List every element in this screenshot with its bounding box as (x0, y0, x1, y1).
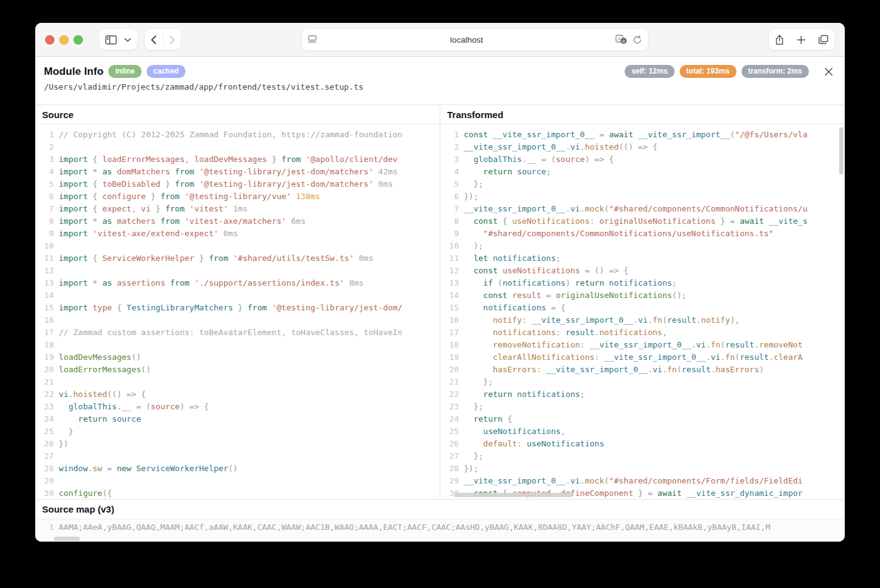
browser-window: localhost A x (35, 23, 845, 542)
window-controls (45, 35, 83, 45)
line-number: 12 (440, 265, 464, 277)
source-map-scrollbar-thumb[interactable] (54, 537, 80, 541)
code-line: 12 const useNotifications = () => { (440, 265, 845, 277)
line-content: import 'vitest-axe/extend-expect' 0ms (59, 228, 238, 240)
module-info-header: Module Info inline cached self: 12ms tot… (35, 57, 845, 104)
line-content: }) (59, 438, 69, 450)
line-number: 9 (440, 228, 464, 240)
code-line: 11 let notifications; (440, 252, 845, 265)
reload-icon[interactable] (633, 35, 642, 45)
traffic-light-minimize[interactable] (59, 35, 69, 45)
line-content: }; (464, 178, 483, 190)
line-content: import { configure } from '@testing-libr… (59, 190, 320, 203)
line-number: 17 (35, 326, 59, 339)
browser-toolbar: localhost A x (35, 23, 845, 57)
source-code-view[interactable]: 1// Copyright (C) 2012-2025 Zammad Found… (35, 124, 440, 499)
line-number: 29 (440, 475, 464, 487)
close-button[interactable] (822, 66, 835, 78)
close-icon (824, 67, 833, 76)
line-content: const { useNotifications: originalUseNot… (464, 215, 808, 228)
reader-icon[interactable] (308, 35, 318, 44)
code-line: 22vi.hoisted(() => { (35, 388, 440, 401)
share-button[interactable] (769, 29, 790, 50)
line-content: import { toBeDisabled } from '@testing-l… (59, 178, 393, 190)
line-number: 27 (35, 450, 59, 462)
code-line: 13 if (notifications) return notificatio… (440, 277, 845, 289)
page-title: Module Info (44, 66, 103, 78)
line-content: import type { TestingLibraryMatchers } f… (59, 302, 403, 314)
line-number: 23 (35, 401, 59, 413)
code-line: 2__vite_ssr_import_0__.vi.hoisted(() => … (440, 141, 845, 153)
line-content: }); (464, 190, 478, 203)
code-line: 14 (35, 289, 440, 302)
svg-text:x: x (623, 38, 625, 44)
line-number: 14 (440, 289, 464, 302)
toolbar-right-buttons (769, 29, 835, 50)
new-tab-button[interactable] (790, 29, 812, 50)
line-content: const __vite_ssr_import_0__ = await __vi… (464, 129, 808, 141)
code-line: 16 notify: __vite_ssr_import_0__.vi.fn(r… (440, 314, 845, 326)
code-line: 27 }; (440, 450, 845, 462)
code-line: 3import { loadErrorMessages, loadDevMess… (35, 153, 440, 166)
source-panel: Source 1// Copyright (C) 2012-2025 Zamma… (35, 105, 440, 499)
line-content: ); (464, 240, 483, 252)
code-line: 8 const { useNotifications: originalUseN… (440, 215, 845, 228)
horizontal-scrollbar-thumb[interactable] (454, 493, 573, 497)
translate-icon[interactable]: A x (615, 35, 628, 45)
line-number: 5 (35, 178, 59, 190)
sidebar-menu-button[interactable] (123, 29, 137, 50)
line-number: 16 (440, 314, 464, 326)
code-line: 9import 'vitest-axe/extend-expect' 0ms (35, 228, 440, 240)
forward-button[interactable] (163, 29, 181, 50)
line-number: 11 (35, 252, 59, 265)
tab-overview-button[interactable] (812, 29, 835, 50)
vertical-scrollbar-thumb[interactable] (839, 127, 844, 174)
share-icon (775, 35, 784, 45)
line-number: 13 (35, 277, 59, 289)
source-map-section: Source map (v3) 1 AAMA;AAeA,yBAAG,QAAQ,M… (35, 499, 845, 542)
line-content: globalThis.__ = (source) => { (464, 153, 614, 166)
line-content: return source (59, 413, 141, 425)
line-number: 18 (35, 339, 59, 351)
code-line: 2 (35, 141, 440, 153)
line-content: useNotifications, (464, 425, 565, 438)
code-line: 28window.sw = new ServiceWorkerHelper() (35, 462, 440, 475)
back-button[interactable] (145, 29, 163, 50)
line-number: 3 (35, 153, 59, 166)
source-map-view[interactable]: 1 AAMA;AAeA,yBAAG,QAAQ,MAAM;AACf,aAAW,KA… (35, 519, 845, 542)
line-content: loadDevMessages() (59, 351, 141, 364)
traffic-light-zoom[interactable] (74, 35, 83, 45)
line-content: clearAllNotifications: __vite_ssr_import… (464, 351, 803, 364)
line-content: __vite_ssr_import_0__.vi.mock("#shared/c… (464, 203, 808, 215)
line-content: import * as matchers from 'vitest-axe/ma… (59, 215, 305, 228)
code-line: 18 removeNotification: __vite_ssr_import… (440, 339, 845, 351)
code-line: 19 clearAllNotifications: __vite_ssr_imp… (440, 351, 845, 364)
code-line: 10 (35, 240, 440, 252)
line-number: 2 (440, 141, 464, 153)
line-content: hasErrors: __vite_ssr_import_0__.vi.fn(r… (464, 364, 764, 376)
module-file-path: /Users/vladimir/Projects/zammad/app/fron… (44, 82, 835, 92)
line-number: 14 (35, 289, 59, 302)
line-content: window.sw = new ServiceWorkerHelper() (59, 462, 238, 475)
url-text[interactable]: localhost (318, 35, 615, 45)
line-number: 30 (35, 487, 59, 499)
url-bar[interactable]: localhost A x (302, 28, 648, 51)
transformed-code-view[interactable]: 1const __vite_ssr_import_0__ = await __v… (440, 124, 845, 499)
code-line: 9 "#shared/components/CommonNotification… (440, 228, 845, 240)
line-number: 10 (35, 240, 59, 252)
code-line: 13import * as assertions from './support… (35, 277, 440, 289)
line-number: 2 (35, 141, 59, 153)
code-line: 15 notifications = { (440, 302, 845, 314)
line-content: "#shared/components/CommonNotifications/… (464, 228, 774, 240)
sidebar-toggle-button[interactable] (99, 29, 123, 50)
line-number: 23 (440, 401, 464, 413)
code-line: 1// Copyright (C) 2012-2025 Zammad Found… (35, 129, 440, 141)
code-line: 25 useNotifications, (440, 425, 845, 438)
traffic-light-close[interactable] (45, 35, 54, 45)
line-number: 27 (440, 450, 464, 462)
code-line: 24 return source (35, 413, 440, 425)
line-number: 7 (35, 203, 59, 215)
source-panel-title: Source (35, 105, 440, 124)
code-line: 20 hasErrors: __vite_ssr_import_0__.vi.f… (440, 364, 845, 376)
inline-badge: inline (108, 65, 141, 78)
